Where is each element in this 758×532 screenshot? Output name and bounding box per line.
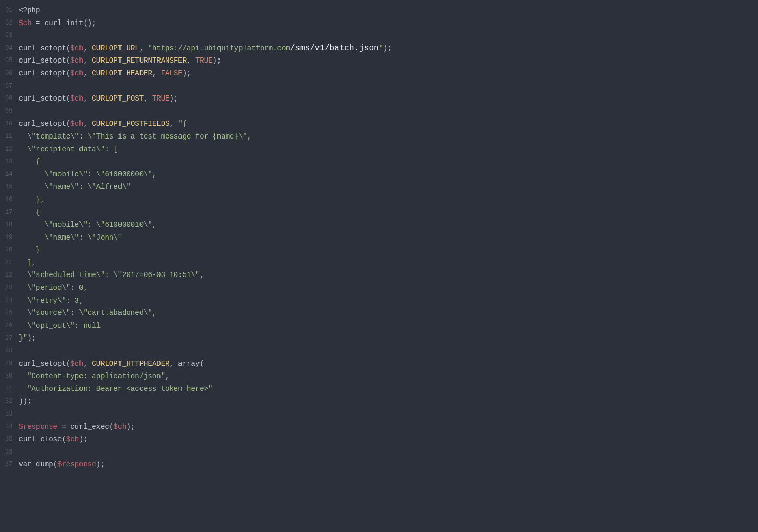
line-number: 07: [5, 80, 12, 93]
token: \"name\": \"John\": [18, 233, 122, 242]
code-line: [18, 408, 752, 421]
token: ,: [187, 56, 195, 65]
token: CURLOPT_RETURNTRANSFER: [92, 56, 187, 65]
token: /sms/v1/batch.json: [290, 44, 379, 53]
token: (: [53, 460, 57, 468]
token: <?php: [18, 6, 40, 14]
token: \"period\": 0,: [18, 284, 87, 292]
code-line: {: [18, 206, 752, 219]
token: curl_exec: [70, 423, 109, 431]
code-line: \"name\": \"John\": [18, 231, 752, 244]
token: FALSE: [161, 69, 183, 77]
token: ,: [144, 94, 152, 103]
line-number: 36: [5, 446, 12, 459]
line-number: 35: [5, 433, 12, 446]
code-line: [18, 345, 752, 358]
token: $ch: [70, 44, 83, 52]
code-line: curl_setopt($ch, CURLOPT_HTTPHEADER, arr…: [18, 358, 752, 370]
token: );: [383, 44, 392, 52]
token: ,: [170, 120, 178, 128]
line-number: 01: [5, 4, 12, 17]
code-content[interactable]: <?php$ch = curl_init(); curl_setopt($ch,…: [16, 4, 758, 471]
token: "{: [178, 120, 187, 128]
code-line: curl_setopt($ch, CURLOPT_POSTFIELDS, "{: [18, 117, 752, 130]
token: \"retry\": 3,: [18, 297, 83, 305]
code-line: <?php: [18, 4, 752, 17]
token: TRUE: [195, 56, 213, 65]
token: var_dump: [18, 460, 53, 468]
code-line: \"opt_out\": null: [18, 320, 752, 332]
code-line: $response = curl_exec($ch);: [18, 421, 752, 434]
token: (: [200, 360, 204, 368]
token: $response: [18, 423, 57, 431]
code-line: [18, 446, 752, 459]
token: ));: [18, 397, 31, 405]
token: TRUE: [152, 94, 170, 103]
token: CURLOPT_HEADER: [92, 69, 152, 77]
token: {: [18, 208, 40, 216]
token: );: [213, 56, 222, 65]
token: ,: [152, 69, 161, 77]
token: \"mobile\": \"610000000\",: [18, 170, 156, 179]
line-number: 20: [5, 244, 12, 257]
line-number: 30: [5, 370, 12, 383]
token: \"mobile\": \"610000010\",: [18, 221, 156, 229]
token: CURLOPT_HTTPHEADER: [92, 360, 169, 368]
token: );: [27, 334, 36, 342]
token: ,: [83, 69, 92, 77]
code-line: ],: [18, 257, 752, 269]
token: );: [170, 94, 178, 103]
line-number: 11: [5, 130, 12, 143]
token: );: [127, 423, 135, 431]
line-number: 10: [5, 117, 12, 130]
line-number: 32: [5, 395, 12, 408]
token: \"scheduled_time\": \"2017=06-03 10:51\"…: [18, 271, 204, 279]
code-line: {: [18, 155, 752, 168]
line-number: 21: [5, 257, 12, 269]
code-line: curl_setopt($ch, CURLOPT_RETURNTRANSFER,…: [18, 54, 752, 67]
line-number: 06: [5, 67, 12, 80]
line-number: 18: [5, 219, 12, 231]
token: "Authorization: Bearer <access token her…: [27, 385, 212, 393]
line-number: 17: [5, 206, 12, 219]
token: curl_setopt: [18, 360, 66, 368]
token: \"source\": \"cart.abadoned\",: [18, 309, 156, 317]
token: curl_setopt: [18, 56, 66, 65]
token: CURLOPT_POSTFIELDS: [92, 120, 169, 128]
code-line: curl_setopt($ch, CURLOPT_URL, "https://a…: [18, 42, 752, 55]
token: $ch: [70, 56, 83, 65]
token: ,: [83, 56, 92, 65]
token: ,: [83, 360, 92, 368]
token: (: [66, 69, 70, 77]
token: {: [18, 157, 40, 166]
token: );: [79, 435, 88, 443]
token: array: [178, 360, 200, 368]
line-number: 23: [5, 282, 12, 294]
code-line: }: [18, 244, 752, 257]
token: "https://api.ubiquityplatform.com: [148, 44, 290, 52]
token: }": [18, 334, 27, 342]
code-line: \"source\": \"cart.abadoned\",: [18, 307, 752, 320]
code-line: }");: [18, 332, 752, 345]
line-number: 24: [5, 294, 12, 307]
line-number: 37: [5, 458, 12, 471]
token: ],: [18, 259, 36, 267]
code-line: var_dump($response);: [18, 458, 752, 471]
token: (: [66, 94, 70, 103]
code-line: "Content-type: application/json",: [18, 370, 752, 383]
line-number: 31: [5, 383, 12, 396]
token: ,: [83, 94, 92, 103]
token: \"template\": \"This is a test message f…: [18, 132, 251, 141]
line-number: 26: [5, 320, 12, 332]
code-line: \"name\": \"Alfred\": [18, 181, 752, 193]
token: ,: [165, 372, 169, 380]
token: );: [183, 69, 191, 77]
code-line: curl_setopt($ch, CURLOPT_HEADER, FALSE);: [18, 67, 752, 80]
token: $response: [57, 460, 96, 468]
token: $ch: [70, 69, 83, 77]
token: (: [66, 56, 70, 65]
token: curl_setopt: [18, 44, 66, 52]
line-number: 04: [5, 42, 12, 55]
line-number: 28: [5, 345, 12, 358]
token: curl_setopt: [18, 120, 66, 128]
